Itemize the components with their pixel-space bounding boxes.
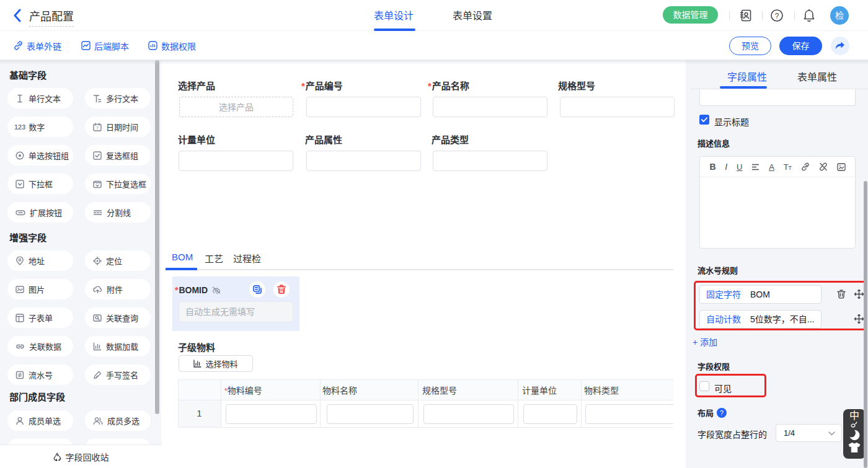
svg-text:7: 7 [96,126,99,130]
svg-text:?: ? [775,12,779,20]
